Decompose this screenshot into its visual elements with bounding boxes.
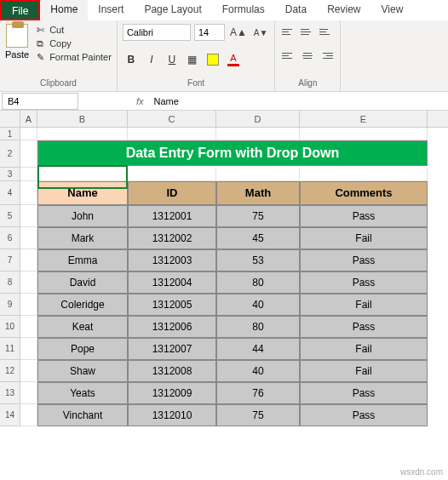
tab-review[interactable]: Review bbox=[317, 0, 370, 20]
format-painter-button[interactable]: ✎Format Painter bbox=[34, 51, 112, 63]
align-bottom-button[interactable] bbox=[318, 24, 335, 39]
name-box[interactable]: B4 bbox=[2, 93, 78, 110]
cell-comments[interactable]: Fail bbox=[300, 227, 428, 249]
row-header-14[interactable]: 14 bbox=[0, 404, 20, 426]
cell-id[interactable]: 1312002 bbox=[128, 227, 216, 249]
font-size-select[interactable] bbox=[194, 24, 225, 41]
row-header-13[interactable]: 13 bbox=[0, 382, 20, 404]
row-header-11[interactable]: 11 bbox=[0, 338, 20, 360]
cell-name[interactable]: Shaw bbox=[37, 360, 128, 382]
cell-math[interactable]: 80 bbox=[216, 316, 300, 338]
title-banner[interactable]: Data Entry Form with Drop Down bbox=[37, 140, 428, 166]
cell-comments[interactable]: Fail bbox=[300, 360, 428, 382]
cell-comments[interactable]: Pass bbox=[300, 316, 428, 338]
cell-name[interactable]: John bbox=[37, 205, 128, 227]
paste-button[interactable]: Paste bbox=[5, 24, 29, 60]
header-comments[interactable]: Comments bbox=[300, 181, 428, 205]
cell-math[interactable]: 45 bbox=[216, 227, 300, 249]
row-header-1[interactable]: 1 bbox=[0, 128, 20, 140]
align-middle-button[interactable] bbox=[299, 24, 316, 39]
cell-math[interactable]: 53 bbox=[216, 249, 300, 271]
cell-math[interactable]: 75 bbox=[216, 205, 300, 227]
cell-name[interactable]: Keat bbox=[37, 316, 128, 338]
cell-math[interactable]: 44 bbox=[216, 338, 300, 360]
cell-name[interactable]: Yeats bbox=[37, 382, 128, 404]
font-color-button[interactable]: A bbox=[225, 51, 242, 68]
cell-id[interactable]: 1312008 bbox=[128, 360, 216, 382]
row-header-4[interactable]: 4 bbox=[0, 181, 20, 205]
align-center-button[interactable] bbox=[299, 48, 316, 63]
row-header-3[interactable]: 3 bbox=[0, 168, 20, 181]
col-header-D[interactable]: D bbox=[216, 111, 300, 127]
tab-home[interactable]: Home bbox=[40, 0, 88, 20]
cell-id[interactable]: 1312001 bbox=[128, 205, 216, 227]
cell-comments[interactable]: Fail bbox=[300, 338, 428, 360]
shrink-font-button[interactable]: A▼ bbox=[252, 28, 270, 37]
cell-id[interactable]: 1312010 bbox=[128, 404, 216, 426]
row-header-8[interactable]: 8 bbox=[0, 271, 20, 294]
cell-comments[interactable]: Pass bbox=[300, 382, 428, 404]
grow-font-button[interactable]: A▲ bbox=[228, 26, 249, 38]
underline-button[interactable]: U bbox=[164, 51, 181, 68]
cell-comments[interactable]: Pass bbox=[300, 404, 428, 426]
fill-color-button[interactable] bbox=[204, 51, 221, 68]
row-header-10[interactable]: 10 bbox=[0, 316, 20, 338]
border-button[interactable]: ▦ bbox=[184, 51, 201, 68]
col-header-B[interactable]: B bbox=[37, 111, 128, 127]
tab-view[interactable]: View bbox=[371, 0, 414, 20]
align-right-button[interactable] bbox=[318, 48, 335, 63]
row-header-12[interactable]: 12 bbox=[0, 360, 20, 382]
row-header-7[interactable]: 7 bbox=[0, 249, 20, 271]
scissors-icon: ✄ bbox=[34, 24, 46, 36]
tab-file[interactable]: File bbox=[0, 0, 40, 20]
cell-id[interactable]: 1312005 bbox=[128, 294, 216, 316]
paste-label: Paste bbox=[5, 49, 29, 60]
cell-math[interactable]: 40 bbox=[216, 294, 300, 316]
cell-name[interactable]: Emma bbox=[37, 249, 128, 271]
col-header-A[interactable]: A bbox=[20, 111, 37, 127]
cut-button[interactable]: ✄Cut bbox=[34, 24, 112, 36]
formula-bar[interactable]: Name bbox=[151, 96, 448, 106]
select-all-corner[interactable] bbox=[0, 111, 20, 127]
cell-math[interactable]: 76 bbox=[216, 382, 300, 404]
cell-name[interactable]: Pope bbox=[37, 338, 128, 360]
cell-comments[interactable]: Fail bbox=[300, 294, 428, 316]
col-header-E[interactable]: E bbox=[300, 111, 428, 127]
fx-icon[interactable]: fx bbox=[129, 96, 151, 106]
cell-name[interactable]: Coleridge bbox=[37, 294, 128, 316]
bold-button[interactable]: B bbox=[123, 51, 140, 68]
header-name[interactable]: Name bbox=[37, 181, 128, 205]
cell-name[interactable]: David bbox=[37, 271, 128, 294]
row-header-2[interactable]: 2 bbox=[0, 140, 20, 168]
row-header-9[interactable]: 9 bbox=[0, 294, 20, 316]
align-left-button[interactable] bbox=[280, 48, 297, 63]
row-header-6[interactable]: 6 bbox=[0, 227, 20, 249]
cell-id[interactable]: 1312009 bbox=[128, 382, 216, 404]
tab-data[interactable]: Data bbox=[275, 0, 317, 20]
watermark: wsxdn.com bbox=[400, 467, 443, 477]
cell-comments[interactable]: Pass bbox=[300, 271, 428, 294]
tab-insert[interactable]: Insert bbox=[88, 0, 134, 20]
align-top-button[interactable] bbox=[280, 24, 297, 39]
cell-comments[interactable]: Pass bbox=[300, 205, 428, 227]
cell-name[interactable]: Mark bbox=[37, 227, 128, 249]
row-header-5[interactable]: 5 bbox=[0, 205, 20, 227]
cell-math[interactable]: 75 bbox=[216, 404, 300, 426]
italic-button[interactable]: I bbox=[143, 51, 160, 68]
header-id[interactable]: ID bbox=[128, 181, 216, 205]
cell-name[interactable]: Vinchant bbox=[37, 404, 128, 426]
cell-id[interactable]: 1312003 bbox=[128, 249, 216, 271]
col-header-C[interactable]: C bbox=[128, 111, 216, 127]
cell-id[interactable]: 1312004 bbox=[128, 271, 216, 294]
header-math[interactable]: Math bbox=[216, 181, 300, 205]
worksheet-grid[interactable]: A B C D E 1 2 Data Entry Form with Drop … bbox=[0, 111, 448, 426]
tab-formulas[interactable]: Formulas bbox=[212, 0, 275, 20]
cell-id[interactable]: 1312006 bbox=[128, 316, 216, 338]
cell-id[interactable]: 1312007 bbox=[128, 338, 216, 360]
tab-page-layout[interactable]: Page Layout bbox=[134, 0, 211, 20]
cell-math[interactable]: 80 bbox=[216, 271, 300, 294]
font-name-select[interactable] bbox=[123, 24, 191, 41]
cell-comments[interactable]: Pass bbox=[300, 249, 428, 271]
cell-math[interactable]: 40 bbox=[216, 360, 300, 382]
copy-button[interactable]: ⧉Copy bbox=[34, 37, 112, 49]
